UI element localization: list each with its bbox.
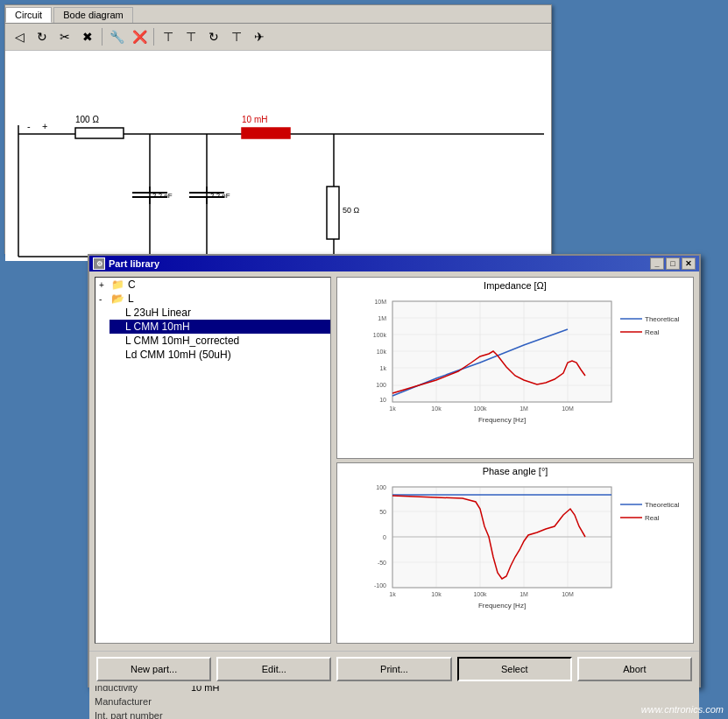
svg-text:+: + bbox=[42, 121, 47, 131]
expand-l-icon: - bbox=[99, 294, 110, 304]
svg-text:1k: 1k bbox=[380, 365, 387, 371]
svg-text:10k: 10k bbox=[431, 591, 442, 597]
tree-panel[interactable]: + 📁 C - 📂 L L 23uH Linear L CMM 10mH L C… bbox=[95, 277, 331, 644]
print-button[interactable]: Print... bbox=[336, 657, 451, 681]
manufacturer-label: Manufacturer bbox=[95, 696, 191, 707]
tab-bode[interactable]: Bode diagram bbox=[53, 7, 133, 23]
svg-rect-21 bbox=[327, 187, 339, 239]
svg-text:2.2 nF: 2.2 nF bbox=[152, 192, 173, 200]
phase-svg: 100 50 0 -50 -100 1k 10k 100k 1M 10M Fre… bbox=[337, 478, 693, 614]
svg-text:0: 0 bbox=[383, 534, 386, 540]
x-mark-icon[interactable]: ✖ bbox=[77, 26, 98, 47]
svg-text:100 Ω: 100 Ω bbox=[75, 115, 99, 124]
svg-rect-24 bbox=[392, 301, 611, 402]
tree-label-l23uh: L 23uH Linear bbox=[125, 307, 191, 319]
tab-bar: Circuit Bode diagram bbox=[5, 5, 551, 24]
svg-text:50 Ω: 50 Ω bbox=[343, 206, 360, 215]
close-button[interactable]: ✕ bbox=[682, 257, 696, 270]
tree-item-lcmm10mh-corr[interactable]: L CMM 10mH_corrected bbox=[110, 334, 330, 348]
folder-l-icon: 📂 bbox=[111, 293, 124, 305]
select-button[interactable]: Select bbox=[457, 657, 572, 681]
title-bar: ⚙ Part library _ □ ✕ bbox=[89, 256, 699, 271]
tool-4-icon[interactable]: ⊤ bbox=[226, 26, 247, 47]
svg-text:100: 100 bbox=[376, 382, 386, 388]
redo-icon[interactable]: ↻ bbox=[32, 26, 53, 47]
svg-text:-: - bbox=[27, 121, 31, 131]
circuit-diagram: - + 100 Ω 10 mH 2.2 nF bbox=[5, 51, 544, 259]
edit-button[interactable]: Edit... bbox=[216, 657, 331, 681]
svg-text:2.2 nF: 2.2 nF bbox=[210, 192, 230, 200]
tree-item-ldcmm10mh[interactable]: Ld CMM 10mH (50uH) bbox=[110, 348, 330, 362]
tree-item-lcmm10mh[interactable]: L CMM 10mH bbox=[110, 320, 330, 334]
watermark: www.cntronics.com bbox=[641, 704, 724, 715]
window-title: Part library bbox=[109, 258, 159, 269]
x-component-icon[interactable]: ❌ bbox=[129, 26, 150, 47]
svg-text:50: 50 bbox=[379, 509, 386, 515]
svg-text:100k: 100k bbox=[473, 405, 487, 412]
tab-circuit[interactable]: Circuit bbox=[5, 7, 52, 23]
tree-label-ldcmm10mh: Ld CMM 10mH (50uH) bbox=[125, 349, 231, 361]
svg-text:1k: 1k bbox=[389, 405, 396, 412]
circuit-window: Circuit Bode diagram ◁ ↻ ✂ ✖ 🔧 ❌ ⊤ ⊤ ↻ ⊤… bbox=[4, 4, 552, 254]
svg-text:1k: 1k bbox=[389, 591, 396, 597]
manufacturer-value bbox=[191, 696, 340, 707]
expand-c-icon: + bbox=[99, 280, 110, 290]
tree-label-l: L bbox=[128, 293, 134, 305]
scissor-icon[interactable]: ✂ bbox=[54, 26, 75, 47]
tree-label-lcmm10mh: L CMM 10mH bbox=[125, 321, 190, 333]
tree-item-l23uh[interactable]: L 23uH Linear bbox=[110, 306, 330, 320]
svg-text:1M: 1M bbox=[519, 591, 528, 597]
separator-2 bbox=[153, 28, 154, 46]
svg-text:100k: 100k bbox=[473, 591, 487, 597]
tree-item-l[interactable]: - 📂 L bbox=[95, 292, 330, 306]
svg-text:10M: 10M bbox=[374, 299, 386, 305]
folder-c-icon: 📁 bbox=[111, 278, 124, 291]
svg-rect-5 bbox=[242, 128, 290, 138]
svg-text:100: 100 bbox=[376, 484, 386, 490]
minimize-button[interactable]: _ bbox=[650, 257, 664, 270]
tool-5-icon[interactable]: ✈ bbox=[249, 26, 270, 47]
svg-text:Frequency [Hz]: Frequency [Hz] bbox=[478, 602, 526, 610]
phase-title: Phase angle [°] bbox=[337, 463, 693, 478]
tree-item-c[interactable]: + 📁 C bbox=[95, 278, 330, 292]
svg-rect-3 bbox=[75, 128, 124, 138]
svg-text:10M: 10M bbox=[562, 405, 574, 412]
charts-area: Impedance [Ω] 10M bbox=[336, 277, 694, 644]
tree-label-lcmm10mh-corr: L CMM 10mH_corrected bbox=[125, 335, 239, 347]
int-part-value bbox=[191, 710, 340, 719]
arrow-left-icon[interactable]: ◁ bbox=[9, 26, 30, 47]
component-icon-1[interactable]: 🔧 bbox=[106, 26, 127, 47]
svg-text:1M: 1M bbox=[378, 315, 386, 321]
svg-text:10k: 10k bbox=[431, 405, 442, 412]
svg-text:Theoretical: Theoretical bbox=[645, 501, 680, 509]
svg-text:1M: 1M bbox=[519, 405, 528, 412]
window-controls: _ □ ✕ bbox=[650, 257, 696, 270]
impedance-title: Impedance [Ω] bbox=[337, 278, 693, 293]
int-part-label: Int. part number bbox=[95, 710, 191, 719]
window-icon: ⚙ bbox=[93, 257, 105, 270]
title-bar-left: ⚙ Part library bbox=[93, 257, 159, 270]
part-library-window: ⚙ Part library _ □ ✕ + 📁 C - 📂 L L 23uH … bbox=[88, 254, 701, 687]
svg-text:-50: -50 bbox=[378, 560, 386, 566]
svg-text:Frequency [Hz]: Frequency [Hz] bbox=[478, 416, 526, 424]
buttons-row: New part... Edit... Print... Select Abor… bbox=[89, 651, 699, 686]
tool-1-icon[interactable]: ⊤ bbox=[158, 26, 179, 47]
svg-text:10k: 10k bbox=[377, 349, 387, 355]
svg-text:100k: 100k bbox=[373, 332, 387, 338]
svg-text:-100: -100 bbox=[374, 582, 386, 589]
circuit-area: - + 100 Ω 10 mH 2.2 nF bbox=[5, 51, 551, 261]
abort-button[interactable]: Abort bbox=[577, 657, 692, 681]
svg-text:Real: Real bbox=[645, 514, 660, 522]
tool-2-icon[interactable]: ⊤ bbox=[180, 26, 201, 47]
toolbar: ◁ ↻ ✂ ✖ 🔧 ❌ ⊤ ⊤ ↻ ⊤ ✈ bbox=[5, 24, 551, 51]
separator-1 bbox=[102, 28, 102, 46]
tree-label-c: C bbox=[128, 278, 136, 291]
library-content: + 📁 C - 📂 L L 23uH Linear L CMM 10mH L C… bbox=[89, 271, 699, 649]
tool-3-icon[interactable]: ↻ bbox=[203, 26, 224, 47]
new-part-button[interactable]: New part... bbox=[96, 657, 211, 681]
maximize-button[interactable]: □ bbox=[666, 257, 680, 270]
svg-text:10M: 10M bbox=[562, 591, 574, 597]
svg-text:10 mH: 10 mH bbox=[242, 115, 267, 124]
svg-text:Real: Real bbox=[645, 328, 660, 336]
svg-text:Theoretical: Theoretical bbox=[645, 315, 680, 323]
